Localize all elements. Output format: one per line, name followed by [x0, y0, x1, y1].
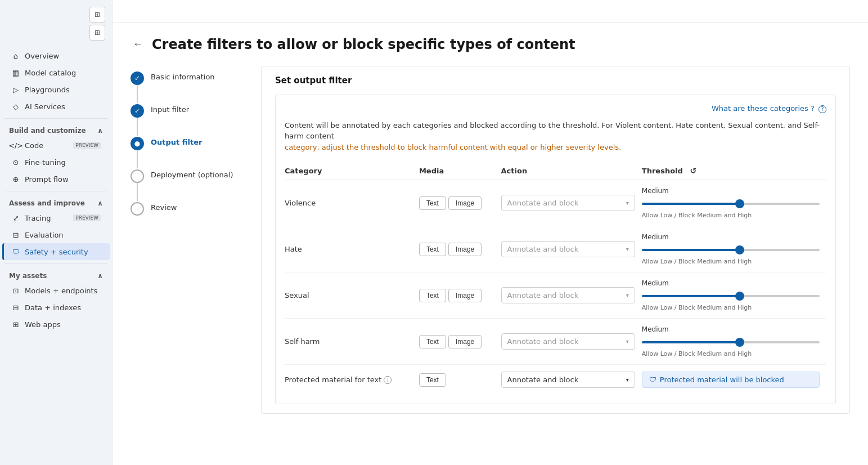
safety-icon: 🛡 — [11, 247, 20, 256]
step-circle-review — [131, 202, 144, 216]
action-select-self-harm[interactable]: Annotate and block ▾ — [501, 333, 635, 350]
step-output-filter[interactable]: ● Output filter — [131, 136, 243, 150]
step-circle-deployment — [131, 169, 144, 183]
cell-category-sexual: Sexual — [285, 272, 419, 319]
filter-content: Set output filter What are these categor… — [261, 66, 850, 414]
slider-fill-self-harm — [642, 341, 740, 343]
sidebar-item-models-endpoints[interactable]: ⊡ Models + endpoints — [2, 282, 110, 299]
sidebar-collapse-btn-1[interactable]: ⊞ — [89, 7, 105, 23]
step-review[interactable]: Review — [131, 201, 243, 216]
main-content: ← Create filters to allow or block speci… — [113, 0, 868, 465]
section-assess-chevron: ∧ — [97, 199, 103, 207]
cell-threshold-self-harm: Medium Allow Low / Block Medium and High — [642, 319, 826, 365]
back-button[interactable]: ← — [131, 36, 145, 52]
media-btn-text-self-harm[interactable]: Text — [419, 335, 446, 348]
media-btn-text-hate[interactable]: Text — [419, 243, 446, 256]
sidebar-item-data-indexes[interactable]: ⊟ Data + indexes — [2, 299, 110, 316]
cell-threshold-hate: Medium Allow Low / Block Medium and High — [642, 226, 826, 272]
slider-hint-sexual: Allow Low / Block Medium and High — [642, 304, 820, 311]
cell-action-self-harm: Annotate and block ▾ — [501, 319, 642, 365]
section-build-label: Build and customize — [9, 127, 86, 135]
sidebar-item-label: Safety + security — [25, 248, 88, 256]
sidebar-item-model-catalog[interactable]: ▦ Model catalog — [2, 64, 110, 81]
code-icon: </> — [11, 141, 20, 150]
slider-container-self-harm[interactable] — [642, 337, 820, 348]
slider-hint-hate: Allow Low / Block Medium and High — [642, 258, 820, 265]
threshold-reset-icon[interactable]: ↺ — [690, 166, 696, 175]
step-input-filter[interactable]: ✓ Input filter — [131, 103, 243, 118]
info-paragraph: Content will be annotated by each catego… — [285, 120, 826, 153]
slider-container-hate[interactable] — [642, 244, 820, 256]
slider-thumb-hate[interactable] — [735, 245, 744, 254]
slider-container-sexual[interactable] — [642, 290, 820, 302]
slider-thumb-violence[interactable] — [735, 199, 744, 208]
category-info-icon[interactable]: i — [384, 376, 392, 384]
col-header-media: Media — [419, 162, 501, 180]
sidebar-item-label: AI Services — [25, 102, 65, 111]
slider-hint-self-harm: Allow Low / Block Medium and High — [642, 350, 820, 357]
media-btn-text-protected-material[interactable]: Text — [419, 373, 446, 387]
overview-icon: ⌂ — [11, 51, 20, 60]
sidebar-item-evaluation[interactable]: ⊟ Evaluation — [2, 226, 110, 243]
slider-track-sexual — [642, 295, 820, 297]
section-build-chevron: ∧ — [97, 127, 103, 135]
action-dropdown-icon: ▾ — [626, 292, 629, 298]
sidebar-item-overview[interactable]: ⌂ Overview — [2, 47, 110, 64]
page-content: ← Create filters to allow or block speci… — [113, 23, 868, 465]
fine-tuning-icon: ⊙ — [11, 158, 20, 167]
sidebar-item-fine-tuning[interactable]: ⊙ Fine-tuning — [2, 154, 110, 171]
step-circle-input-filter: ✓ — [131, 104, 144, 118]
media-btn-image-hate[interactable]: Image — [448, 243, 482, 256]
cell-threshold-violence: Medium Allow Low / Block Medium and High — [642, 180, 826, 226]
slider-track-hate — [642, 249, 820, 251]
cell-threshold-sexual: Medium Allow Low / Block Medium and High — [642, 272, 826, 319]
section-title: Set output filter — [275, 75, 836, 86]
categories-help-link[interactable]: What are these categories ? ? — [712, 104, 826, 113]
step-connector-2 — [137, 118, 138, 136]
sidebar-item-prompt-flow[interactable]: ⊕ Prompt flow — [2, 171, 110, 187]
step-label-review: Review — [151, 201, 177, 212]
cell-category-violence: Violence — [285, 180, 419, 226]
action-select-sexual[interactable]: Annotate and block ▾ — [501, 287, 635, 303]
sidebar-item-label: Evaluation — [25, 231, 64, 239]
sidebar-item-playgrounds[interactable]: ▷ Playgrounds — [2, 81, 110, 98]
sidebar-item-tracing[interactable]: ⤢ Tracing PREVIEW — [2, 209, 110, 226]
slider-track-self-harm — [642, 341, 820, 343]
action-select-hate[interactable]: Annotate and block ▾ — [501, 241, 635, 257]
slider-container-violence[interactable] — [642, 198, 820, 209]
media-btn-image-sexual[interactable]: Image — [448, 289, 482, 302]
section-assets-header[interactable]: My assets ∧ — [0, 267, 112, 282]
page-title: Create filters to allow or block specifi… — [152, 37, 575, 52]
media-btn-image-self-harm[interactable]: Image — [448, 335, 482, 348]
shield-check-icon: 🛡 — [649, 375, 656, 384]
slider-thumb-self-harm[interactable] — [735, 338, 744, 347]
step-connector-3 — [137, 150, 138, 168]
step-basic-info[interactable]: ✓ Basic information — [131, 70, 243, 85]
col-header-action: Action — [501, 162, 642, 180]
cell-category-hate: Hate — [285, 226, 419, 272]
step-deployment[interactable]: Deployment (optional) — [131, 168, 243, 183]
sidebar-item-ai-services[interactable]: ◇ AI Services — [2, 98, 110, 115]
sidebar-item-web-apps[interactable]: ⊞ Web apps — [2, 316, 110, 333]
sidebar-item-code[interactable]: </> Code PREVIEW — [2, 137, 110, 154]
step-circle-basic-info: ✓ — [131, 71, 144, 85]
divider-3 — [5, 263, 107, 264]
sidebar-collapse-btn-2[interactable]: ⊞ — [89, 25, 105, 41]
slider-fill-sexual — [642, 295, 740, 297]
action-dropdown-icon: ▾ — [626, 338, 629, 345]
step-connector-4 — [137, 183, 138, 201]
media-btn-text-sexual[interactable]: Text — [419, 289, 446, 302]
media-btn-image-violence[interactable]: Image — [448, 196, 482, 210]
section-build-header[interactable]: Build and customize ∧ — [0, 122, 112, 137]
wizard-steps: ✓ Basic information ✓ Input filter ● Out… — [131, 66, 243, 216]
action-select-violence[interactable]: Annotate and block ▾ — [501, 195, 635, 211]
web-apps-icon: ⊞ — [11, 320, 20, 329]
action-select-protected-material[interactable]: Annotate and block ▾ — [501, 372, 635, 388]
section-assess-header[interactable]: Assess and improve ∧ — [0, 195, 112, 209]
cell-threshold-protected-material: 🛡 Protected material will be blocked — [642, 365, 826, 395]
sidebar-item-safety-security[interactable]: 🛡 Safety + security — [2, 243, 110, 260]
media-btn-text-violence[interactable]: Text — [419, 196, 446, 210]
action-dropdown-icon: ▾ — [626, 200, 629, 206]
slider-hint-violence: Allow Low / Block Medium and High — [642, 212, 820, 219]
slider-thumb-sexual[interactable] — [735, 292, 744, 301]
